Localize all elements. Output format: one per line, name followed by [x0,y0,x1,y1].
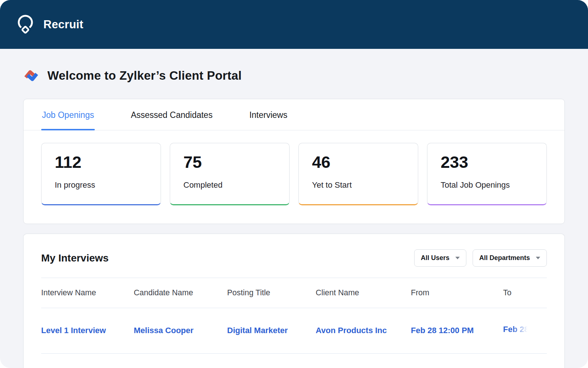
candidate-name-link[interactable]: Melissa Cooper [134,308,227,354]
all-departments-dropdown[interactable]: All Departments [473,249,547,267]
stat-value: 233 [441,153,543,172]
table-header-row: Interview Name Candidate Name Posting Ti… [41,278,547,308]
col-to: To [503,278,547,308]
all-users-dropdown[interactable]: All Users [414,249,466,267]
chevron-down-icon [455,257,460,259]
stat-card-yet-to-start[interactable]: 46 Yet to Start [298,143,418,205]
interview-name-link[interactable]: Level 1 Interview [41,308,134,354]
col-posting-title: Posting Title [227,278,316,308]
filter-group: All Users All Departments [414,249,547,267]
chevron-down-icon [536,257,540,259]
stat-value: 112 [55,153,157,172]
stat-label: In progress [55,180,157,190]
tab-bar: Job Openings Assessed Candidates Intervi… [24,99,564,130]
stat-value: 75 [183,153,286,172]
stat-card-total-job-openings[interactable]: 233 Total Job Openings [427,143,547,205]
interviews-table-wrap: Interview Name Candidate Name Posting Ti… [24,267,564,354]
client-name-link[interactable]: Avon Products Inc [316,308,411,354]
tab-job-openings[interactable]: Job Openings [41,99,95,130]
top-nav: Recruit [0,0,588,49]
stat-label: Completed [183,180,286,190]
tab-interviews[interactable]: Interviews [248,99,288,130]
to-datetime-clipped-text: Feb 28 [503,325,529,334]
page-title: Welcome to Zylker’s Client Portal [47,69,242,83]
overview-panel: Job Openings Assessed Candidates Intervi… [23,99,565,224]
from-datetime-link[interactable]: Feb 28 12:00 PM [411,308,503,354]
recruit-logo-icon [15,13,35,36]
col-from: From [411,278,503,308]
zylker-logo-icon [23,68,39,84]
col-client-name: Client Name [316,278,411,308]
app-title: Recruit [43,18,83,31]
col-candidate-name: Candidate Name [134,278,227,308]
table-row: Level 1 Interview Melissa Cooper Digital… [41,308,547,354]
my-interviews-header: My Interviews All Users All Departments [24,234,564,267]
client-portal-page: Recruit Welcome to Zylker’s Client Porta… [0,0,588,368]
posting-title-link[interactable]: Digital Marketer [227,308,316,354]
all-users-dropdown-label: All Users [421,254,449,262]
stat-label: Yet to Start [312,180,414,190]
my-interviews-panel: My Interviews All Users All Departments [23,234,565,368]
stat-card-in-progress[interactable]: 112 In progress [41,143,161,205]
welcome-header: Welcome to Zylker’s Client Portal [23,67,565,84]
all-departments-dropdown-label: All Departments [479,254,530,262]
stat-label: Total Job Openings [441,180,543,190]
stat-card-completed[interactable]: 75 Completed [170,143,290,205]
section-title: My Interviews [41,252,109,264]
interviews-table: Interview Name Candidate Name Posting Ti… [41,278,547,354]
tab-assessed-candidates[interactable]: Assessed Candidates [130,99,213,130]
to-datetime-link[interactable]: Feb 28 [503,308,547,354]
col-interview-name: Interview Name [41,278,134,308]
stat-value: 46 [312,153,414,172]
stat-card-row: 112 In progress 75 Completed 46 Yet to S… [24,130,564,224]
